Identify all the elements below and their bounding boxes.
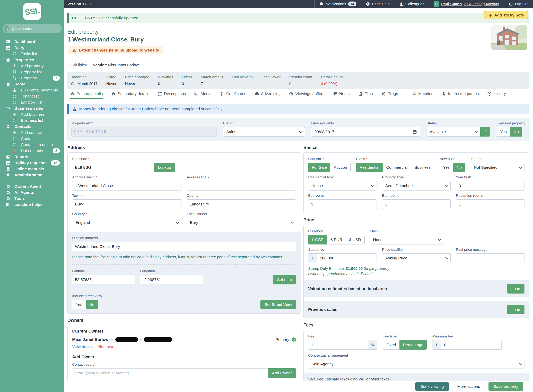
currency-eur-option[interactable]: € EUR (327, 235, 346, 244)
sidebar-item-contacts-to-delete[interactable]: Contacts to delete (0, 142, 64, 148)
vendor-quick-link[interactable]: Vendor: Miss Janet Barlow (90, 61, 142, 69)
sidebar-item-properties[interactable]: Properties (0, 57, 64, 63)
bedrooms-field[interactable] (308, 199, 377, 209)
tab-viewings-offers[interactable]: Viewings / offers (289, 89, 324, 99)
page-help-button[interactable]: ? Page Help (361, 0, 394, 8)
property-photo[interactable] (491, 25, 527, 50)
contract-auction-option[interactable]: Auction (330, 163, 351, 172)
contract-for-sale-option[interactable]: For Sale (308, 163, 330, 172)
latitude-field[interactable] (72, 275, 135, 285)
postcode-field[interactable] (72, 163, 154, 172)
sale-price-field[interactable] (317, 253, 377, 263)
quick-search-input[interactable] (9, 26, 63, 31)
set-map-button[interactable]: Set map (273, 275, 296, 285)
status-help-button[interactable]: ? (480, 127, 490, 136)
minimum-fee-field[interactable] (441, 340, 501, 350)
view-details-link[interactable]: View details (72, 344, 93, 349)
load-previous-sales-button[interactable]: Load (507, 305, 524, 314)
tab-files[interactable]: Files (358, 89, 373, 99)
sidebar-item-tasks-list[interactable]: Tasks list (0, 51, 64, 57)
user-name-link[interactable]: Paul Spann (441, 2, 462, 6)
postcode-lookup-button[interactable]: Lookup (154, 163, 175, 172)
fee-type-fixed-option[interactable]: Fixed (383, 340, 399, 350)
sidebar-item-rental[interactable]: Rental (0, 81, 64, 87)
tab-history[interactable]: History (487, 89, 506, 99)
town-field[interactable] (72, 199, 182, 209)
tab-secondary-details[interactable]: Secondary details (111, 89, 149, 99)
property-style-select[interactable]: Semi-Detached (382, 181, 451, 191)
tab-descriptions[interactable]: Descriptions (158, 89, 186, 99)
flash-select[interactable]: None (370, 235, 443, 244)
notifications-button[interactable]: Notifications 13 (314, 0, 361, 8)
sidebar-item-reports[interactable]: Reports (0, 154, 64, 160)
account-link[interactable]: ISSL Testing Account (464, 2, 499, 6)
sidebar-item-add-business[interactable]: Add business (0, 111, 64, 117)
currency-gbp-option[interactable]: £ GBP (308, 235, 327, 244)
tenure-select[interactable]: Not Specified (471, 163, 524, 172)
featured-no-option[interactable]: No (510, 127, 522, 136)
tab-primary-details[interactable]: Primary details (70, 89, 103, 99)
tab-notes[interactable]: Notes (333, 89, 350, 99)
sidebar-item-hot-contacts[interactable]: Hot contacts 2 (0, 148, 64, 154)
display-address-field[interactable] (72, 242, 296, 251)
class-residential-option[interactable]: Residential (356, 163, 383, 172)
fee-type-percentage-option[interactable]: Percentage (399, 340, 427, 350)
class-commercial-option[interactable]: Commercial (383, 163, 411, 172)
country-select[interactable]: England (72, 218, 182, 227)
street-view-no-option[interactable]: No (86, 300, 98, 309)
sidebar-item-tools[interactable]: Tools (0, 196, 64, 201)
add-owner-button[interactable]: Add Owner (268, 368, 296, 378)
sidebar-item-landlord-list[interactable]: Landlord list (0, 99, 64, 105)
load-valuation-estimates-button[interactable]: Load (507, 284, 524, 294)
app-logo[interactable]: SSL (23, 3, 41, 20)
sidebar-item-current-agent[interactable]: Current Agent (0, 183, 64, 189)
sidebar-item-contacts[interactable]: Contacts (0, 123, 64, 130)
residential-type-select[interactable]: House (308, 181, 377, 191)
more-actions-button[interactable]: More actions (452, 382, 485, 391)
branch-select[interactable]: Sales (223, 127, 305, 136)
tab-interested-parties[interactable]: Interested parties (441, 89, 479, 99)
featured-yes-option[interactable]: Yes (497, 127, 510, 136)
sidebar-item-bulk-rental-payments[interactable]: Bulk rental payments (0, 87, 64, 93)
contractual-arrangement-select[interactable]: Sole Agency (308, 359, 524, 369)
tab-media[interactable]: Media (194, 89, 211, 99)
logout-button[interactable]: Log Out (504, 0, 533, 8)
bathrooms-field[interactable] (382, 199, 451, 209)
contact-search-input[interactable] (72, 368, 268, 378)
tab-certificates[interactable]: Certificates (220, 89, 246, 99)
fee-field[interactable] (308, 340, 368, 350)
county-field[interactable] (187, 199, 296, 209)
date-available-input[interactable]: 09/03/2017 (311, 127, 420, 136)
primary-check-icon[interactable] (291, 337, 296, 342)
post-price-message-field[interactable] (456, 253, 524, 263)
sidebar-item-online-manuals[interactable]: Online manuals (0, 166, 64, 172)
tab-progress[interactable]: Progress (381, 89, 403, 99)
sidebar-item-progress[interactable]: Progress 7 (0, 75, 64, 81)
reception-rooms-field[interactable] (456, 199, 524, 209)
local-council-select[interactable]: Bury (187, 218, 296, 227)
sidebar-item-business-sales[interactable]: Business sales (0, 105, 64, 111)
address-line1-field[interactable] (72, 181, 182, 191)
tab-matches[interactable]: Matches (412, 89, 433, 99)
sidebar-item-add-contact[interactable]: Add contact (0, 130, 64, 135)
year-built-field[interactable] (456, 181, 524, 191)
sidebar-item-dashboard[interactable]: Dashboard (0, 39, 64, 45)
price-qualifier-select[interactable]: Asking Price (382, 253, 451, 263)
status-select[interactable]: Available (426, 127, 481, 136)
tab-advertising[interactable]: Advertising (255, 89, 281, 99)
colleagues-button[interactable]: Colleagues (394, 0, 429, 8)
set-street-view-button[interactable]: Set Street View (260, 300, 296, 309)
sidebar-item-add-property[interactable]: Add property (0, 63, 64, 69)
remove-owner-link[interactable]: Remove (98, 344, 113, 349)
sidebar-item-business-list[interactable]: Business list (0, 117, 64, 123)
address-line2-field[interactable] (187, 181, 296, 191)
sidebar-item-all-agents[interactable]: All Agents (0, 189, 64, 196)
sidebar-item-location-helper[interactable]: Location helper (0, 201, 64, 208)
sidebar-item-diary[interactable]: Diary (0, 45, 64, 51)
sidebar-item-tenant-list[interactable]: Tenant list (0, 93, 64, 99)
longitude-field[interactable] (140, 275, 203, 285)
class-business-option[interactable]: Business (411, 163, 434, 172)
street-view-yes-option[interactable]: Yes (72, 300, 86, 309)
new-build-no-option[interactable]: No (453, 163, 465, 172)
sidebar-item-property-list[interactable]: Property list (0, 69, 64, 75)
